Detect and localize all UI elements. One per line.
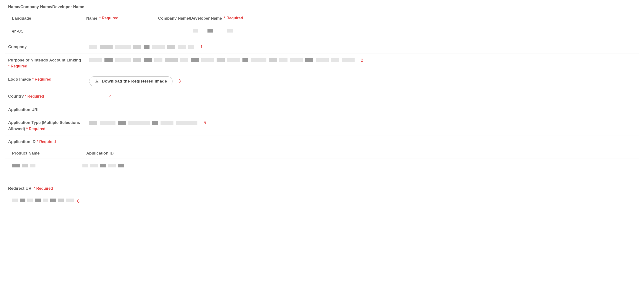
app-id-row xyxy=(12,159,636,174)
app-id-header-row: Product Name Application ID xyxy=(5,148,639,159)
annotation-2: 2 xyxy=(358,57,363,64)
company-dev-value-redacted xyxy=(192,28,636,34)
required-marker: * Required xyxy=(25,94,44,98)
label-company: Company xyxy=(5,44,86,50)
label-redirect-uri: Redirect URI xyxy=(8,186,32,191)
value-purpose-redacted: 2 xyxy=(86,57,639,64)
col-company-dev: Company Name/Developer Name * Required xyxy=(151,15,639,21)
label-app-id: Application ID xyxy=(8,140,36,144)
download-icon xyxy=(95,79,99,84)
col-product-name: Product Name xyxy=(5,150,79,156)
col-name: Name * Required xyxy=(79,15,151,21)
name-table-row: en-US xyxy=(12,24,636,39)
label-purpose: Purpose of Nintendo Account Linking * Re… xyxy=(5,57,86,69)
label-app-type: Application Type (Multiple Selections Al… xyxy=(5,120,86,132)
required-marker: * Required xyxy=(99,15,118,21)
annotation-4: 4 xyxy=(106,93,112,100)
section-name-header: Name/Company Name/Developer Name xyxy=(5,2,639,13)
label-logo-text: Logo Image xyxy=(8,77,31,82)
required-marker: * Required xyxy=(32,77,51,81)
language-value: en-US xyxy=(12,28,82,34)
row-app-type: Application Type (Multiple Selections Al… xyxy=(5,116,639,135)
annotation-3: 3 xyxy=(175,78,181,84)
row-logo: Logo Image * Required Download the Regis… xyxy=(5,73,639,90)
product-name-redacted xyxy=(12,163,82,169)
row-company: Company 1 xyxy=(5,40,639,54)
required-marker: * Required xyxy=(34,186,53,190)
col-language: Language xyxy=(5,15,79,21)
row-app-uri: Application URI xyxy=(5,103,639,117)
annotation-1: 1 xyxy=(197,44,203,50)
label-app-uri: Application URI xyxy=(5,107,86,113)
redirect-uri-redacted xyxy=(12,198,74,204)
name-value-redacted xyxy=(82,28,192,34)
label-logo: Logo Image * Required xyxy=(5,76,86,83)
label-country: Country * Required xyxy=(5,93,86,100)
label-country-text: Country xyxy=(8,94,24,99)
required-marker: * Required xyxy=(37,140,56,144)
section-redirect-uri: Redirect URI * Required xyxy=(5,181,639,195)
annotation-6: 6 xyxy=(74,198,80,204)
value-country: 4 xyxy=(86,93,639,100)
required-marker: * Required xyxy=(224,15,243,21)
download-button-label: Download the Registered Image xyxy=(102,79,167,84)
value-logo: Download the Registered Image 3 xyxy=(86,76,639,86)
section-app-id: Application ID * Required xyxy=(5,135,639,148)
col-name-label: Name xyxy=(86,15,97,21)
label-purpose-text: Purpose of Nintendo Account Linking xyxy=(8,58,81,62)
row-purpose: Purpose of Nintendo Account Linking * Re… xyxy=(5,54,639,73)
download-registered-image-button[interactable]: Download the Registered Image xyxy=(89,76,172,86)
value-company-redacted: 1 xyxy=(86,44,639,50)
app-id-redacted xyxy=(82,163,192,169)
annotation-5: 5 xyxy=(200,120,206,126)
col-application-id: Application ID xyxy=(79,150,114,156)
row-country: Country * Required 4 xyxy=(5,90,639,103)
required-marker: * Required xyxy=(8,64,27,68)
col-company-dev-label: Company Name/Developer Name xyxy=(158,15,222,21)
required-marker: * Required xyxy=(26,127,46,131)
redirect-uri-row: 6 xyxy=(12,195,636,208)
name-table-header-row: Language Name * Required Company Name/De… xyxy=(5,13,639,24)
value-app-type-redacted: 5 xyxy=(86,120,639,126)
